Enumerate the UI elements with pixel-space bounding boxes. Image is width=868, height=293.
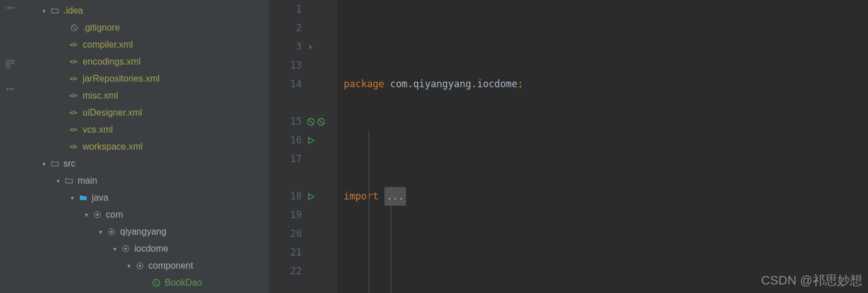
- file-label: vcs.xml: [80, 121, 113, 138]
- chevron-down-icon[interactable]: ▾: [54, 172, 63, 189]
- package-icon: [105, 227, 118, 236]
- xml-icon: </>: [68, 74, 80, 83]
- svg-rect-4: [11, 60, 14, 63]
- project-tree[interactable]: ▾ .idea .gitignore </> compiler.xml </> …: [20, 0, 269, 293]
- chevron-down-icon[interactable]: ▾: [68, 189, 77, 206]
- svg-text:</>: </>: [70, 144, 78, 150]
- tree-file-workspace[interactable]: </> workspace.xml: [20, 138, 269, 155]
- fold-icon[interactable]: [304, 37, 337, 56]
- svg-text:</>: </>: [70, 110, 78, 116]
- file-label: workspace.xml: [80, 138, 143, 155]
- tree-pkg-iocdome[interactable]: ▾ iocdome: [20, 240, 269, 257]
- svg-line-10: [72, 26, 76, 30]
- xml-icon: </>: [68, 108, 80, 117]
- folder-icon: [49, 6, 61, 15]
- tree-file-misc[interactable]: </> misc.xml: [20, 87, 269, 104]
- file-label: qiyangyang: [118, 223, 166, 240]
- svg-text:</>: </>: [70, 93, 78, 99]
- code-editor[interactable]: 1 2 3 13 14 15 16 17 18 19 20 21 22: [269, 0, 868, 293]
- chevron-down-icon[interactable]: ▾: [96, 223, 105, 240]
- chevron-down-icon[interactable]: ▾: [110, 240, 119, 257]
- tree-file-compiler[interactable]: </> compiler.xml: [20, 36, 269, 53]
- xml-icon: </>: [68, 142, 80, 151]
- file-label: compiler.xml: [80, 36, 133, 53]
- line-number[interactable]: 20: [269, 224, 302, 243]
- svg-point-21: [110, 231, 113, 233]
- run-icon[interactable]: [304, 131, 337, 150]
- tree-folder-main[interactable]: ▾ main: [20, 172, 269, 189]
- package-icon: [119, 244, 132, 253]
- line-number[interactable]: 16: [269, 131, 302, 150]
- line-number[interactable]: [269, 94, 302, 112]
- svg-rect-3: [6, 60, 9, 63]
- tree-folder-idea[interactable]: ▾ .idea: [20, 2, 269, 19]
- line-number[interactable]: 19: [269, 206, 302, 224]
- tree-pkg-component[interactable]: ▾ component: [20, 257, 269, 274]
- tree-file-vcs[interactable]: </> vcs.xml: [20, 121, 269, 138]
- file-label: component: [146, 257, 193, 274]
- line-number[interactable]: 17: [269, 150, 302, 168]
- line-number[interactable]: [269, 168, 302, 187]
- tree-folder-java[interactable]: ▾ java: [20, 189, 269, 206]
- tool-strip: [0, 0, 20, 293]
- file-label: misc.xml: [80, 87, 118, 104]
- file-label: encodings.xml: [80, 53, 140, 70]
- line-number[interactable]: 21: [269, 243, 302, 262]
- svg-point-19: [96, 214, 99, 216]
- line-number[interactable]: 18: [269, 187, 302, 206]
- line-number[interactable]: 15: [269, 112, 302, 131]
- code-text: import: [344, 187, 384, 206]
- file-label: jarRepositories.xml: [80, 70, 160, 87]
- run-icon[interactable]: [304, 187, 337, 206]
- line-number[interactable]: 1: [269, 0, 302, 19]
- line-number[interactable]: 3: [269, 37, 302, 56]
- chevron-down-icon[interactable]: ▾: [82, 206, 91, 223]
- file-label: com: [104, 206, 123, 223]
- svg-text:</>: </>: [70, 59, 78, 65]
- chevron-down-icon[interactable]: ▾: [40, 2, 49, 19]
- tree-file-jarrepos[interactable]: </> jarRepositories.xml: [20, 70, 269, 87]
- svg-text:</>: </>: [70, 76, 78, 82]
- file-label: iocdome: [132, 240, 168, 257]
- xml-icon: </>: [68, 125, 80, 134]
- tree-folder-src[interactable]: ▾ src: [20, 155, 269, 172]
- package-icon: [134, 261, 146, 270]
- svg-point-0: [9, 7, 11, 9]
- line-number[interactable]: [269, 281, 302, 293]
- class-icon: C: [150, 278, 163, 287]
- tree-file-encodings[interactable]: </> encodings.xml: [20, 53, 269, 70]
- file-label: src: [61, 155, 75, 172]
- structure-icon[interactable]: [4, 60, 16, 69]
- svg-point-25: [139, 265, 141, 267]
- gutter[interactable]: 1 2 3 13 14 15 16 17 18 19 20 21 22: [269, 0, 337, 293]
- file-label: uiDesigner.xml: [80, 104, 142, 121]
- chevron-down-icon[interactable]: ▾: [40, 155, 49, 172]
- package-icon: [91, 210, 104, 219]
- file-label: .gitignore: [80, 19, 120, 36]
- line-number[interactable]: 14: [269, 75, 302, 94]
- svg-text:C: C: [155, 280, 158, 286]
- xml-icon: </>: [68, 91, 80, 100]
- bean-icon[interactable]: [304, 112, 337, 131]
- chevron-down-icon[interactable]: ▾: [125, 257, 134, 274]
- tree-file-gitignore[interactable]: .gitignore: [20, 19, 269, 36]
- folder-icon: [63, 176, 75, 185]
- code-text: com.qiyangyang.iocdome: [384, 75, 518, 94]
- file-label: .idea: [61, 2, 83, 19]
- file-label: main: [75, 172, 97, 189]
- svg-point-8: [12, 88, 13, 90]
- svg-point-6: [7, 88, 8, 90]
- svg-rect-5: [6, 65, 9, 67]
- tree-class-bookdao[interactable]: C BookDao: [20, 274, 269, 291]
- line-number[interactable]: 2: [269, 19, 302, 37]
- commit-graph-icon[interactable]: [4, 3, 16, 12]
- file-label: java: [89, 189, 108, 206]
- tree-pkg-com[interactable]: ▾ com: [20, 206, 269, 223]
- line-number[interactable]: 22: [269, 262, 302, 281]
- code-area[interactable]: package com.qiyangyang.iocdome; import .…: [337, 0, 868, 293]
- tree-pkg-qiyangyang[interactable]: ▾ qiyangyang: [20, 223, 269, 240]
- more-icon[interactable]: [4, 84, 16, 94]
- line-number[interactable]: 13: [269, 56, 302, 75]
- tree-file-uidesigner[interactable]: </> uiDesigner.xml: [20, 104, 269, 121]
- folded-code[interactable]: ...: [384, 187, 407, 206]
